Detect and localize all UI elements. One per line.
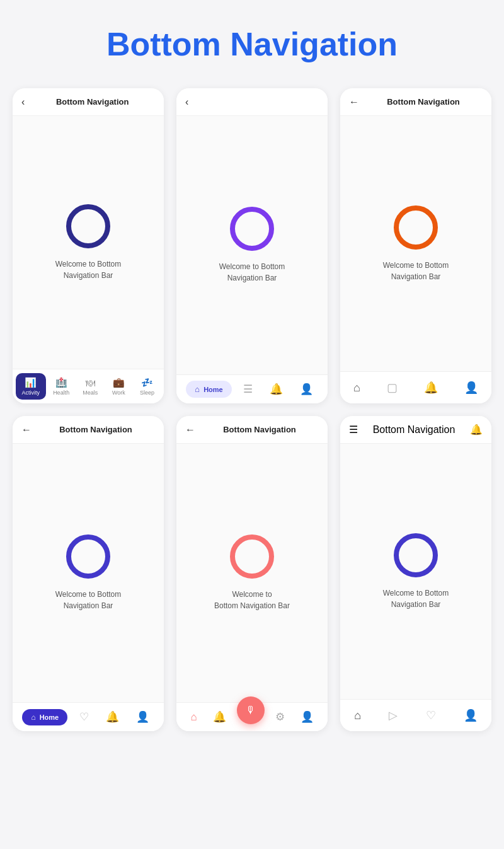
back-icon-4[interactable]: ←	[21, 424, 32, 436]
sleep-icon: 💤	[141, 377, 153, 388]
title-black: Bottom	[106, 26, 221, 62]
card6-welcome: Welcome to BottomNavigation Bar	[383, 587, 449, 610]
phone-card-4: ← Bottom Navigation Welcome to BottomNav…	[13, 416, 164, 731]
nav-bell-5[interactable]: 🔔	[208, 708, 231, 726]
back-icon-2[interactable]: ‹	[185, 96, 188, 108]
nav-user-3[interactable]: 👤	[459, 378, 483, 397]
card6-title: Bottom Navigation	[373, 424, 455, 436]
card5-bottom-nav: ⌂ 🔔 🎙 ⚙ 👤	[176, 702, 328, 731]
card4-bottom-nav: ⌂ Home ♡ 🔔 👤	[13, 702, 164, 731]
nav-heart-4[interactable]: ♡	[74, 708, 94, 726]
nav-square-3[interactable]: ▢	[382, 378, 403, 397]
nav-list-icon[interactable]: ☰	[238, 380, 258, 398]
nav-home-3[interactable]: ⌂	[348, 379, 365, 397]
card3-bottom-nav: ⌂ ▢ 🔔 👤	[340, 371, 491, 403]
card1-body: Welcome to BottomNavigation Bar	[13, 116, 164, 369]
nav-bell-icon[interactable]: 🔔	[265, 380, 288, 398]
nav-home-5[interactable]: ⌂	[185, 708, 202, 726]
nav-gear-5[interactable]: ⚙	[270, 708, 290, 726]
nav-fab-button[interactable]: 🎙	[237, 696, 265, 724]
card1-bottom-nav: 📊 Activity 🏥 Health 🍽 Meals 💼 Work 💤 Sle…	[13, 369, 164, 403]
card3-circle	[394, 205, 438, 250]
card5-welcome: Welcome toBottom Navigation Bar	[214, 589, 290, 611]
card2-body: Welcome to BottomNavigation Bar	[176, 116, 328, 374]
cards-grid: ‹ Bottom Navigation Welcome to BottomNav…	[13, 88, 491, 731]
nav-home-blue-pill[interactable]: ⌂ Home	[22, 709, 67, 725]
nav-heart-6[interactable]: ♡	[420, 706, 442, 725]
nav-home-pill[interactable]: ⌂ Home	[186, 381, 231, 398]
card5-title: Bottom Navigation	[200, 425, 319, 434]
nav-play-6[interactable]: ▷	[382, 706, 404, 725]
card3-welcome: Welcome to BottomNavigation Bar	[383, 260, 449, 282]
back-icon[interactable]: ‹	[21, 96, 25, 108]
home-pill-label: Home	[203, 386, 223, 393]
card1-title: Bottom Navigation	[30, 97, 155, 107]
card4-welcome: Welcome to BottomNavigation Bar	[55, 589, 121, 611]
phone-card-1: ‹ Bottom Navigation Welcome to BottomNav…	[13, 88, 164, 403]
card5-header: ← Bottom Navigation	[176, 416, 328, 444]
nav-activity[interactable]: 📊 Activity	[16, 373, 47, 400]
nav-user-5[interactable]: 👤	[295, 708, 319, 726]
card2-welcome: Welcome to BottomNavigation Bar	[219, 261, 285, 284]
card2-header: ‹	[176, 88, 328, 116]
nav-home-6[interactable]: ⌂	[348, 707, 367, 725]
nav-health[interactable]: 🏥 Health	[47, 373, 76, 400]
nav-user-icon[interactable]: 👤	[295, 380, 318, 398]
nav-work[interactable]: 💼 Work	[105, 373, 132, 400]
meals-label: Meals	[83, 390, 98, 396]
home-blue-icon: ⌂	[31, 713, 35, 722]
sleep-label: Sleep	[140, 390, 154, 396]
nav-bell-3[interactable]: 🔔	[419, 378, 443, 397]
health-icon: 🏥	[55, 377, 67, 388]
nav-user-6[interactable]: 👤	[457, 706, 484, 725]
nav-user-4[interactable]: 👤	[131, 708, 154, 726]
activity-label: Activity	[22, 390, 40, 396]
card6-bottom-nav: ⌂ ▷ ♡ 👤	[340, 699, 491, 731]
card1-header: ‹ Bottom Navigation	[13, 88, 164, 116]
card4-title: Bottom Navigation	[37, 425, 155, 434]
work-icon: 💼	[113, 377, 125, 388]
page-title: Bottom Navigation	[13, 25, 491, 63]
card2-circle	[230, 207, 274, 251]
meals-icon: 🍽	[86, 378, 95, 388]
card1-welcome: Welcome to BottomNavigation Bar	[55, 258, 121, 281]
card4-header: ← Bottom Navigation	[13, 416, 164, 444]
back-icon-3[interactable]: ←	[349, 96, 359, 108]
card3-body: Welcome to BottomNavigation Bar	[340, 116, 491, 371]
card4-body: Welcome to BottomNavigation Bar	[13, 444, 164, 702]
phone-card-3: ← Bottom Navigation Welcome to BottomNav…	[340, 88, 491, 403]
menu-icon-6[interactable]: ☰	[349, 424, 358, 436]
bell-icon-6[interactable]: 🔔	[470, 424, 483, 436]
card6-circle	[394, 533, 438, 577]
home-blue-label: Home	[40, 713, 59, 721]
card3-title: Bottom Navigation	[364, 97, 483, 107]
card5-body: Welcome toBottom Navigation Bar	[176, 444, 328, 702]
card6-header: ☰ Bottom Navigation 🔔	[340, 416, 491, 444]
home-pill-icon: ⌂	[195, 384, 200, 394]
card2-bottom-nav: ⌂ Home ☰ 🔔 👤	[176, 374, 328, 403]
phone-card-6: ☰ Bottom Navigation 🔔 Welcome to BottomN…	[340, 416, 491, 731]
work-label: Work	[112, 390, 125, 396]
card3-header: ← Bottom Navigation	[340, 88, 491, 116]
phone-card-5: ← Bottom Navigation Welcome toBottom Nav…	[176, 416, 328, 731]
card1-circle	[66, 204, 110, 248]
card5-circle	[230, 534, 274, 579]
back-icon-5[interactable]: ←	[185, 424, 195, 436]
activity-icon: 📊	[25, 377, 37, 388]
health-label: Health	[53, 390, 69, 396]
card4-circle	[66, 534, 110, 579]
nav-meals[interactable]: 🍽 Meals	[76, 374, 104, 400]
phone-card-2: ‹ Welcome to BottomNavigation Bar ⌂ Home…	[176, 88, 328, 403]
title-blue: Navigation	[230, 26, 398, 62]
nav-bell-4[interactable]: 🔔	[101, 708, 124, 726]
nav-sleep[interactable]: 💤 Sleep	[133, 373, 161, 400]
card6-body: Welcome to BottomNavigation Bar	[340, 444, 491, 699]
